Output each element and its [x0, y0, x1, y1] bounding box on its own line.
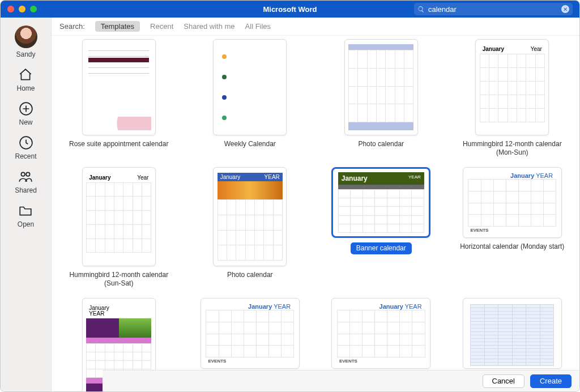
template-gallery[interactable]: Rose suite appointment calendarWeekly Ca…: [52, 36, 579, 391]
filter-tab-shared[interactable]: Shared with me: [184, 22, 234, 31]
template-thumbnail[interactable]: [344, 39, 418, 135]
template-card[interactable]: Weekly Calendar: [189, 39, 312, 157]
clear-search-button[interactable]: ✕: [561, 5, 569, 13]
sidebar-item-new[interactable]: New: [19, 101, 33, 126]
minimize-window-button[interactable]: [19, 6, 25, 12]
search-filter-bar: Search: Templates Recent Shared with me …: [52, 18, 579, 36]
svg-point-3: [27, 172, 31, 176]
sidebar-item-shared[interactable]: Shared: [15, 169, 37, 194]
close-window-button[interactable]: [7, 6, 14, 12]
template-thumbnail[interactable]: [213, 39, 287, 135]
search-label: Search:: [59, 22, 85, 31]
template-thumbnail[interactable]: [82, 39, 156, 135]
home-icon: [18, 67, 33, 82]
template-card[interactable]: Photo calendar: [319, 39, 443, 157]
folder-icon: [18, 203, 33, 218]
sidebar-item-label: Open: [18, 220, 34, 228]
svg-point-2: [22, 172, 25, 176]
template-thumbnail[interactable]: JanuaryYear: [475, 39, 549, 135]
template-thumbnail[interactable]: January YEAREVENTS: [463, 167, 562, 238]
template-caption: Photo calendar: [227, 271, 273, 279]
window-controls: [7, 6, 37, 12]
people-icon: [18, 169, 33, 184]
template-card[interactable]: JanuaryYEARBanner calendar: [319, 167, 443, 288]
sidebar-item-label: New: [19, 118, 32, 126]
create-button[interactable]: Create: [530, 374, 572, 388]
titlebar: Microsoft Word ✕: [1, 1, 579, 18]
sidebar-item-label: Shared: [15, 186, 37, 194]
template-card[interactable]: January YEAREVENTSHorizontal calendar (M…: [451, 167, 574, 288]
template-thumbnail[interactable]: [463, 298, 562, 369]
template-caption: Horizontal calendar (Monday start): [460, 242, 564, 251]
account-name: Sandy: [16, 50, 35, 58]
filter-tab-templates[interactable]: Templates: [95, 21, 140, 32]
filter-tab-allfiles[interactable]: All Files: [245, 22, 271, 31]
template-caption: Photo calendar: [358, 140, 404, 148]
sidebar-item-open[interactable]: Open: [18, 203, 34, 228]
clock-icon: [19, 135, 33, 150]
template-thumbnail[interactable]: JanuaryYEAR: [213, 167, 287, 266]
search-field[interactable]: ✕: [414, 3, 573, 15]
template-card[interactable]: JanuaryYEARPhoto calendar: [189, 167, 312, 288]
cancel-button[interactable]: Cancel: [483, 374, 524, 388]
zoom-window-button[interactable]: [30, 6, 37, 12]
main-panel: Search: Templates Recent Shared with me …: [52, 18, 579, 391]
account-avatar[interactable]: Sandy: [15, 25, 37, 58]
footer-bar: Cancel Create: [103, 370, 579, 391]
search-icon: [417, 6, 425, 13]
template-thumbnail[interactable]: January YEAREVENTS: [201, 298, 300, 369]
sidebar-item-recent[interactable]: Recent: [15, 135, 36, 160]
template-thumbnail[interactable]: JanuaryYear: [82, 167, 156, 266]
template-card[interactable]: Rose suite appointment calendar: [57, 39, 181, 157]
sidebar-item-label: Recent: [15, 152, 36, 160]
search-input[interactable]: [428, 5, 561, 14]
template-card[interactable]: JanuaryYearHummingbird 12-month calendar…: [451, 39, 574, 157]
template-caption: Banner calendar: [351, 242, 412, 254]
template-thumbnail[interactable]: JanuaryYEAR: [331, 167, 430, 238]
template-caption: Weekly Calendar: [224, 140, 276, 148]
plus-circle-icon: [19, 101, 33, 116]
filter-tab-recent[interactable]: Recent: [150, 22, 173, 31]
sidebar: Sandy Home New Recent Shared Open: [1, 18, 52, 391]
sidebar-item-label: Home: [16, 84, 35, 92]
avatar-image: [15, 25, 37, 48]
template-caption: Rose suite appointment calendar: [69, 140, 168, 148]
template-thumbnail[interactable]: January YEAREVENTS: [331, 298, 430, 369]
template-caption: Hummingbird 12-month calendar (Mon-Sun): [455, 140, 569, 157]
template-caption: Hummingbird 12-month calendar (Sun-Sat): [62, 271, 176, 288]
template-card[interactable]: JanuaryYearHummingbird 12-month calendar…: [57, 167, 181, 288]
sidebar-item-home[interactable]: Home: [16, 67, 35, 92]
